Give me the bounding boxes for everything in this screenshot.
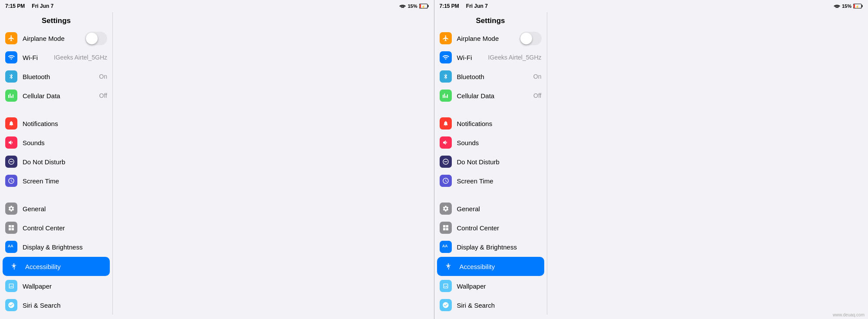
sidebar-item-label: Airplane Mode (457, 35, 519, 42)
sidebar-item-controlcenter[interactable]: Control Center (0, 218, 112, 237)
sidebar-item-label: Display & Brightness (457, 243, 542, 251)
sidebar-item-label: Wi-Fi (23, 54, 54, 61)
sidebar-item-label: Siri & Search (23, 302, 107, 309)
wifi-icon (834, 3, 840, 9)
sidebar-item-wifi[interactable]: Wi-FiIGeeks Airtel_5GHz (0, 48, 112, 67)
screentime-icon (440, 175, 452, 187)
sidebar-item-cellular[interactable]: Cellular DataOff (0, 86, 112, 105)
sidebar-item-label: Control Center (457, 224, 542, 232)
svg-text:AA: AA (442, 244, 448, 248)
status-icons: 15% ⚡ (834, 3, 863, 9)
sidebar: SettingsAirplane ModeWi-FiIGeeks Airtel_… (434, 12, 547, 315)
sidebar-item-sounds[interactable]: Sounds (434, 133, 547, 152)
airplane-icon (5, 32, 17, 44)
sidebar-item-sirisearch[interactable]: Siri & Search (434, 296, 547, 315)
sidebar-item-wifi[interactable]: Wi-FiIGeeks Airtel_5GHz (434, 48, 547, 67)
sidebar-item-cellular[interactable]: Cellular DataOff (434, 86, 547, 105)
sidebar-item-displaybrightness[interactable]: AADisplay & Brightness (434, 237, 547, 256)
sidebar-item-sounds[interactable]: Sounds (0, 133, 112, 152)
sidebar-item-bluetooth[interactable]: BluetoothOn (434, 67, 547, 86)
sidebar-item-label: Notifications (23, 120, 107, 127)
panel-1: 7:15 PM Fri Jun 7 15% ⚡ SettingsAirplane… (434, 0, 868, 319)
battery-icon: ⚡ (419, 3, 429, 9)
sidebar-item-accessibility[interactable]: Accessibility (437, 257, 544, 276)
notifications-icon (5, 117, 17, 130)
sidebar-item-bluetooth[interactable]: BluetoothOn (0, 67, 112, 86)
accessibility-icon (442, 260, 454, 272)
bluetooth-icon (440, 70, 452, 83)
sidebar-item-label: Siri & Search (457, 302, 542, 309)
wallpaper-icon (5, 280, 17, 292)
detail-pane: ‹TouchAssistiveTouchEditIdle Opacity40%›… (0, 315, 434, 319)
sidebar-item-sub: On (99, 73, 107, 80)
svg-rect-9 (862, 5, 863, 7)
general-icon (5, 203, 17, 215)
displaybrightness-icon: AA (440, 241, 452, 253)
status-date: Fri Jun 7 (32, 3, 53, 9)
sidebar-item-sirisearch[interactable]: Siri & Search (0, 296, 112, 315)
sidebar-item-label: Screen Time (457, 177, 542, 185)
status-icons: 15% ⚡ (399, 3, 428, 9)
accessibility-icon (8, 260, 20, 272)
battery-percent: 15% (408, 3, 417, 9)
nav-bar: ‹TouchAssistiveTouchEdit (0, 315, 434, 319)
battery-icon: ⚡ (853, 3, 863, 9)
bluetooth-icon (5, 70, 17, 83)
sidebar-item-screentime[interactable]: Screen Time (434, 171, 547, 190)
svg-text:AA: AA (8, 244, 13, 248)
sidebar-item-label: Cellular Data (457, 92, 534, 100)
svg-text:⚡: ⚡ (421, 5, 425, 9)
sidebar-item-sub: On (533, 73, 542, 80)
sidebar-item-screentime[interactable]: Screen Time (0, 171, 112, 190)
donotdisturb-icon (5, 156, 17, 168)
sidebar-item-label: Sounds (23, 139, 107, 146)
airplane-toggle[interactable] (519, 32, 542, 45)
controlcenter-icon (440, 222, 452, 234)
status-bar: 7:15 PM Fri Jun 7 15% ⚡ (0, 0, 434, 12)
sidebar-item-general[interactable]: General (0, 199, 112, 218)
sidebar-item-label: Wallpaper (23, 282, 107, 290)
wifi-icon (399, 3, 406, 9)
donotdisturb-icon (440, 156, 452, 168)
wifi-icon (440, 51, 452, 63)
cellular-icon (5, 90, 17, 102)
sidebar-item-donotdisturb[interactable]: Do Not Disturb (434, 152, 547, 171)
sidebar-item-label: Screen Time (23, 177, 107, 185)
sidebar-item-label: General (457, 205, 542, 213)
sidebar-item-notifications[interactable]: Notifications (434, 114, 547, 133)
svg-rect-10 (854, 4, 855, 8)
sidebar-item-notifications[interactable]: Notifications (0, 114, 112, 133)
status-time: 7:15 PM (440, 3, 459, 9)
wifi-icon (5, 51, 17, 63)
svg-point-13 (447, 263, 449, 265)
sidebar-item-wallpaper[interactable]: Wallpaper (0, 276, 112, 296)
sidebar-divider (434, 105, 547, 114)
sidebar-item-label: Sounds (457, 139, 542, 146)
sidebar-item-accessibility[interactable]: Accessibility (3, 257, 110, 276)
sidebar-item-label: Do Not Disturb (23, 158, 107, 166)
nav-bar: ‹TouchAssistiveTouchEdit (434, 315, 868, 319)
sidebar-item-label: Control Center (23, 224, 107, 232)
sidebar-item-general[interactable]: General (434, 199, 547, 218)
sidebar-item-controlcenter[interactable]: Control Center (434, 218, 547, 237)
sidebar-item-label: Airplane Mode (23, 35, 85, 42)
sidebar-item-displaybrightness[interactable]: AADisplay & Brightness (0, 237, 112, 256)
sidebar-item-wallpaper[interactable]: Wallpaper (434, 276, 547, 296)
status-bar: 7:15 PM Fri Jun 7 15% ⚡ (434, 0, 868, 12)
sidebar-item-sub: Off (533, 92, 541, 99)
sidebar-item-donotdisturb[interactable]: Do Not Disturb (0, 152, 112, 171)
sidebar-item-airplane[interactable]: Airplane Mode (0, 29, 112, 48)
sidebar-divider (0, 105, 112, 114)
sidebar-item-label: Do Not Disturb (457, 158, 542, 166)
sidebar-item-label: Wallpaper (457, 282, 542, 290)
panel-body: SettingsAirplane ModeWi-FiIGeeks Airtel_… (434, 12, 868, 319)
sidebar-item-sub: IGeeks Airtel_5GHz (54, 54, 107, 61)
sounds-icon (440, 136, 452, 149)
sidebar-title: Settings (0, 12, 112, 29)
airplane-toggle[interactable] (85, 32, 107, 45)
sidebar-item-airplane[interactable]: Airplane Mode (434, 29, 547, 48)
detail-pane: ‹TouchAssistiveTouchEditIdle Opacity40%›… (434, 315, 868, 319)
watermark: www.deuaq.com (833, 312, 865, 317)
battery-percent: 15% (842, 3, 852, 9)
wallpaper-icon (440, 280, 452, 292)
